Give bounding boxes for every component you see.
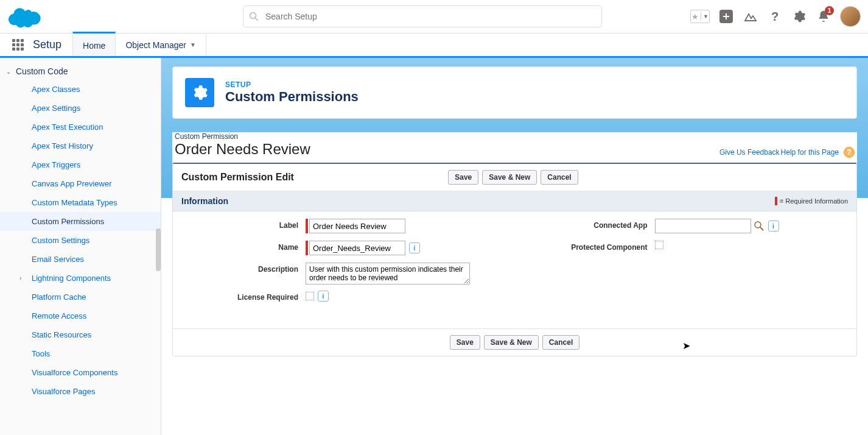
name-input[interactable] (309, 241, 405, 255)
help-page-link[interactable]: Help for this Page (781, 148, 839, 157)
description-textarea[interactable] (306, 263, 470, 285)
protected-component-label: Protected Component (515, 241, 655, 252)
global-search (243, 5, 602, 27)
cancel-button[interactable]: Cancel (541, 170, 578, 185)
connected-app-label: Connected App (515, 219, 655, 230)
salesforce-logo-icon (9, 5, 42, 28)
plus-icon (719, 10, 733, 23)
setup-gear-button[interactable] (791, 9, 807, 24)
feedback-link[interactable]: Give Us Feedback (719, 148, 780, 157)
save-button-bottom[interactable]: Save (450, 335, 480, 350)
required-indicator (306, 219, 308, 233)
tree-section-label: Custom Code (16, 66, 68, 76)
save-button[interactable]: Save (448, 170, 478, 185)
connected-app-input[interactable] (655, 219, 751, 233)
sidebar-item-lightning-components[interactable]: › Lightning Components (0, 269, 161, 288)
chevron-down-icon: ⌄ (6, 68, 15, 75)
main-content: SETUP Custom Permissions Custom Permissi… (161, 58, 868, 435)
sidebar-item-email-services[interactable]: Email Services (0, 250, 161, 269)
content-block: Custom Permission Order Needs Review Giv… (172, 132, 857, 356)
page-eyebrow: SETUP (225, 80, 359, 89)
sidebar-item-visualforce-components[interactable]: Visualforce Components (0, 363, 161, 382)
protected-component-checkbox[interactable] (655, 241, 663, 249)
info-section-header: Information (181, 196, 228, 206)
user-avatar[interactable] (840, 6, 861, 27)
setup-tree[interactable]: ⌄ Custom Code Apex Classes Apex Settings… (0, 58, 161, 435)
chevron-down-icon: ▼ (190, 41, 196, 48)
sidebar-item-apex-classes[interactable]: Apex Classes (0, 80, 161, 99)
chevron-right-icon: › (19, 275, 28, 281)
sidebar-item-apex-test-execution[interactable]: Apex Test Execution (0, 118, 161, 136)
help-icon[interactable]: ? (844, 147, 855, 158)
save-and-new-button[interactable]: Save & New (482, 170, 537, 185)
label-input[interactable] (309, 219, 405, 233)
notifications-button[interactable]: 1 (816, 9, 831, 24)
search-input[interactable] (243, 5, 602, 27)
sidebar-item-platform-cache[interactable]: Platform Cache (0, 288, 161, 306)
sidebar-item-apex-triggers[interactable]: Apex Triggers (0, 155, 161, 174)
license-required-checkbox[interactable] (306, 292, 314, 300)
save-and-new-button-bottom[interactable]: Save & New (484, 335, 539, 350)
sidebar-item-custom-metadata-types[interactable]: Custom Metadata Types (0, 193, 161, 212)
panel-title: Custom Permission Edit (181, 172, 294, 183)
context-nav: Setup Home Object Manager ▼ (0, 34, 868, 58)
name-field-label: Name (184, 241, 306, 252)
svg-point-0 (250, 13, 256, 19)
help-button[interactable]: ? (767, 9, 783, 24)
favorites-button[interactable]: ★▼ (690, 10, 710, 23)
license-required-label: License Required (184, 291, 306, 302)
header-actions: ★▼ ? 1 (690, 6, 861, 27)
svg-point-3 (755, 222, 761, 228)
star-icon: ★ (691, 12, 699, 21)
lookup-icon (754, 221, 765, 232)
add-button[interactable] (718, 9, 734, 24)
description-field-label: Description (184, 263, 306, 274)
required-legend: = Required Information (775, 197, 848, 205)
label-field-label: Label (184, 219, 306, 230)
chevron-down-icon: ▼ (703, 13, 709, 19)
app-launcher-button[interactable] (6, 34, 29, 56)
tab-object-manager[interactable]: Object Manager ▼ (116, 34, 206, 56)
sidebar-item-apex-settings[interactable]: Apex Settings (0, 99, 161, 118)
edit-panel: Custom Permission Edit Save Save & New C… (172, 163, 857, 356)
info-icon[interactable]: i (318, 291, 329, 302)
app-name: Setup (33, 34, 61, 56)
sidebar-item-apex-test-history[interactable]: Apex Test History (0, 136, 161, 155)
tree-section-custom-code[interactable]: ⌄ Custom Code (0, 63, 161, 80)
search-icon (249, 12, 259, 21)
sidebar-item-remote-access[interactable]: Remote Access (0, 306, 161, 325)
scrollbar-thumb[interactable] (156, 228, 161, 271)
required-indicator (306, 241, 308, 255)
help-links: Give Us Feedback Help for this Page ? (719, 147, 855, 158)
trailhead-button[interactable] (743, 9, 758, 24)
record-type-label: Custom Permission (175, 132, 310, 141)
tab-home[interactable]: Home (72, 32, 116, 56)
waffle-icon (12, 39, 24, 51)
sidebar-item-custom-settings[interactable]: Custom Settings (0, 231, 161, 250)
gear-icon (793, 10, 806, 23)
info-icon[interactable]: i (409, 242, 420, 253)
lookup-button[interactable] (754, 221, 765, 232)
notification-badge: 1 (825, 6, 834, 15)
sidebar-item-custom-permissions[interactable]: Custom Permissions (0, 212, 161, 231)
gear-icon (191, 84, 208, 101)
svg-line-1 (256, 18, 259, 21)
tab-object-manager-label: Object Manager (125, 40, 186, 50)
page-title: Custom Permissions (225, 89, 359, 105)
global-header: ★▼ ? 1 (0, 0, 868, 34)
sidebar-item-static-resources[interactable]: Static Resources (0, 325, 161, 344)
record-title: Order Needs Review (175, 141, 310, 158)
trailhead-icon (743, 9, 758, 24)
page-header: SETUP Custom Permissions (172, 66, 857, 119)
info-icon[interactable]: i (768, 221, 779, 232)
sidebar-item-canvas-app-previewer[interactable]: Canvas App Previewer (0, 174, 161, 193)
sidebar-item-tools[interactable]: Tools (0, 344, 161, 363)
svg-line-4 (760, 227, 763, 230)
setup-icon (185, 78, 214, 107)
sidebar-item-label: Lightning Components (32, 274, 111, 283)
sidebar-item-visualforce-pages[interactable]: Visualforce Pages (0, 382, 161, 401)
cancel-button-bottom[interactable]: Cancel (542, 335, 579, 350)
